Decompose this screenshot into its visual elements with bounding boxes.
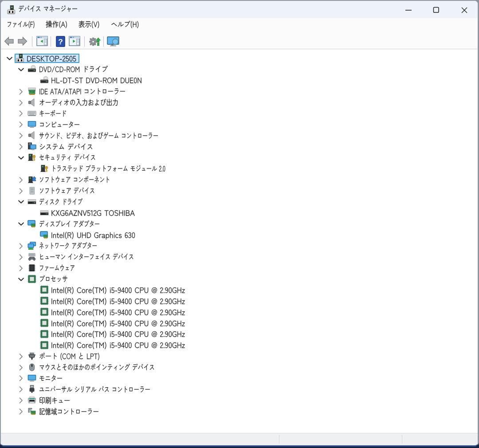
svg-text:?: ? [58,38,63,46]
